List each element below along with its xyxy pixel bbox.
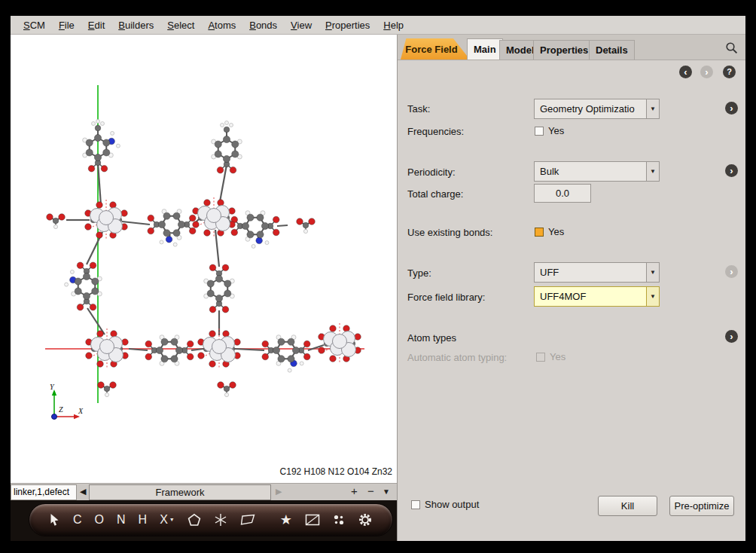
menu-select[interactable]: Select <box>160 17 201 34</box>
dropdown-arrow-icon[interactable]: ▼ <box>646 287 659 306</box>
pre-optimize-button[interactable]: Pre-optimize <box>669 496 734 516</box>
slide-frame-icon[interactable] <box>305 514 320 526</box>
favorites-star-icon[interactable]: ★ <box>280 513 292 527</box>
history-forward-button: › <box>700 66 713 78</box>
type-dropdown[interactable]: UFF ▼ <box>534 262 660 283</box>
scroll-left-icon[interactable]: ◀ <box>80 487 86 496</box>
frequencies-label: Frequencies: <box>407 126 464 137</box>
type-detail-button: › <box>725 265 738 278</box>
periodicity-dropdown[interactable]: Bulk ▼ <box>534 161 660 182</box>
force-field-library-value: UFF4MOF <box>535 291 646 302</box>
task-dropdown[interactable]: Geometry Optimizatio ▼ <box>534 99 660 119</box>
kill-button[interactable]: Kill <box>598 496 657 516</box>
settings-gear-icon[interactable] <box>358 512 373 527</box>
dropdown-arrow-icon[interactable]: ▼ <box>646 162 659 181</box>
toolbar-strip: C O N H X ▼ ★ <box>11 500 397 541</box>
search-icon[interactable] <box>725 41 738 54</box>
atom-details-icon[interactable] <box>333 514 345 526</box>
select-pointer-icon[interactable] <box>49 513 60 527</box>
carbon-element-button[interactable]: C <box>73 514 82 526</box>
checkbox-box[interactable] <box>411 500 420 509</box>
application-window: SCM File Edit Builders Select Atoms Bond… <box>11 16 745 541</box>
chevron-down-icon: ▼ <box>169 517 175 522</box>
frame-menu-icon[interactable]: ▼ <box>383 487 390 496</box>
dropdown-arrow-icon[interactable]: ▼ <box>646 263 659 282</box>
task-label: Task: <box>407 103 430 115</box>
checkbox-box[interactable] <box>535 228 544 237</box>
panel-tab-bar: Force Field Main Model Properties Detail… <box>398 35 745 60</box>
show-output-checkbox[interactable]: Show output <box>411 499 479 510</box>
scroll-right-icon[interactable]: ▶ <box>276 487 282 496</box>
crystal-tool-icon[interactable] <box>214 513 227 527</box>
menu-scm[interactable]: SCM <box>17 17 52 34</box>
checkbox-label: Show output <box>425 499 479 510</box>
force-field-library-dropdown[interactable]: UFF4MOF ▼ <box>534 286 660 307</box>
menu-edit[interactable]: Edit <box>81 17 111 34</box>
periodicity-label: Periodicity: <box>407 167 456 178</box>
frame-bar: linker,1,defect ◀ Framework ▶ + − ▼ <box>11 483 397 500</box>
checkbox-box[interactable] <box>535 127 544 136</box>
use-existing-bonds-checkbox[interactable]: Yes <box>535 226 564 237</box>
formula-label: C192 H108 N12 O104 Zn32 <box>280 466 392 477</box>
nitrogen-element-button[interactable]: N <box>117 514 126 526</box>
plane-tool-icon[interactable] <box>240 514 255 526</box>
element-picker-button[interactable]: X ▼ <box>160 514 175 526</box>
tab-main[interactable]: Main <box>467 38 503 60</box>
automatic-atom-typing-checkbox: Yes <box>536 351 565 362</box>
frequencies-checkbox[interactable]: Yes <box>535 125 564 136</box>
help-button[interactable]: ? <box>723 66 736 78</box>
input-panel: Force Field Main Model Properties Detail… <box>397 35 745 541</box>
menu-properties[interactable]: Properties <box>319 17 376 34</box>
molecule-viewport[interactable]: Y X Z C192 H108 N12 O104 Zn32 <box>11 35 397 483</box>
axis-z-label: Z <box>59 405 63 414</box>
atom-types-detail-button[interactable]: › <box>725 330 738 343</box>
type-value: UFF <box>535 267 646 278</box>
use-existing-bonds-label: Use existing bonds: <box>407 227 492 238</box>
menu-view[interactable]: View <box>284 17 319 34</box>
dropdown-arrow-icon[interactable]: ▼ <box>646 99 659 118</box>
ring-tool-icon[interactable] <box>187 513 201 527</box>
type-label: Type: <box>407 267 431 279</box>
atom-types-label: Atom types <box>407 332 456 344</box>
axis-x-label: X <box>78 407 84 415</box>
periodicity-value: Bulk <box>535 166 646 177</box>
frame-tab-framework[interactable]: Framework <box>89 484 271 500</box>
automatic-atom-typing-label: Automatic atom typing: <box>407 352 507 363</box>
hydrogen-element-button[interactable]: H <box>139 514 148 526</box>
checkbox-box <box>536 353 545 362</box>
total-charge-input[interactable] <box>534 184 591 203</box>
remove-frame-button[interactable]: − <box>367 484 374 497</box>
orientation-axes: Y X Z <box>41 377 93 430</box>
tab-force-field[interactable]: Force Field <box>401 38 470 60</box>
menu-bar: SCM File Edit Builders Select Atoms Bond… <box>11 16 745 35</box>
tab-details[interactable]: Details <box>589 40 635 60</box>
checkbox-label: Yes <box>548 226 564 237</box>
tab-properties[interactable]: Properties <box>533 40 595 60</box>
force-field-library-label: Force field library: <box>407 292 485 303</box>
tool-palette: C O N H X ▼ ★ <box>29 503 393 536</box>
menu-atoms[interactable]: Atoms <box>201 17 242 34</box>
add-frame-button[interactable]: + <box>351 484 358 497</box>
history-back-button[interactable]: ‹ <box>679 66 692 78</box>
periodicity-detail-button[interactable]: › <box>725 164 738 177</box>
menu-file[interactable]: File <box>52 17 81 34</box>
total-charge-label: Total charge: <box>407 188 463 200</box>
task-value: Geometry Optimizatio <box>535 103 646 115</box>
frame-tab-linker[interactable]: linker,1,defect <box>11 484 77 500</box>
menu-builders[interactable]: Builders <box>111 17 160 34</box>
checkbox-label: Yes <box>548 125 564 136</box>
element-x-label: X <box>160 514 168 526</box>
task-detail-button[interactable]: › <box>725 102 738 115</box>
oxygen-element-button[interactable]: O <box>95 514 104 526</box>
checkbox-label: Yes <box>550 351 565 362</box>
menu-help[interactable]: Help <box>376 17 410 34</box>
menu-bonds[interactable]: Bonds <box>242 17 284 34</box>
